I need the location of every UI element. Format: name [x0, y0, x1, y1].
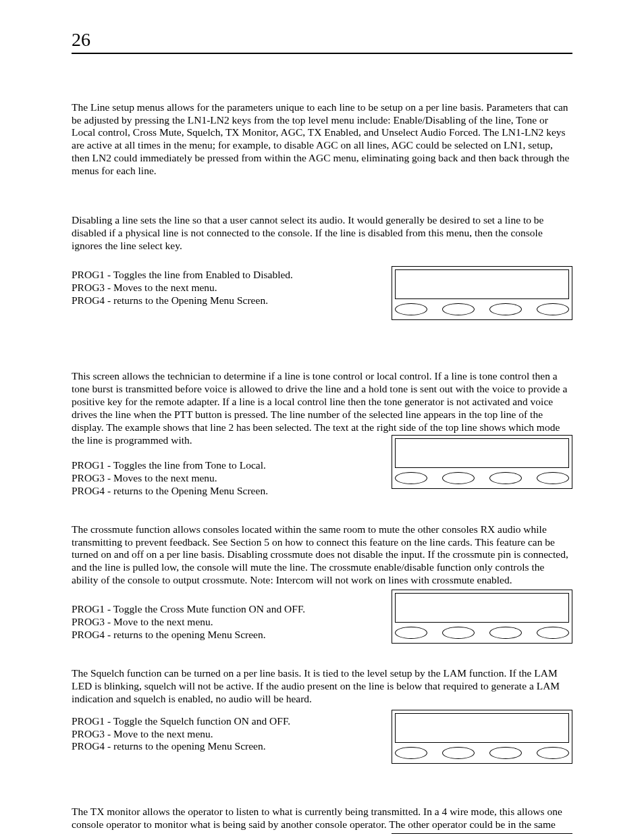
page-number: 26 [72, 28, 572, 53]
tone-prog-list: PROG1 - Toggles the line from Tone to Lo… [72, 459, 375, 498]
prog-line: PROG3 - Moves to the next menu. [72, 282, 375, 294]
page-header: 26 [72, 28, 572, 54]
device-screen [395, 269, 569, 299]
device-button-icon [489, 303, 522, 315]
device-button-icon [489, 472, 522, 484]
squelch-paragraph: The Squelch function can be turned on a … [72, 667, 572, 706]
device-button-icon [395, 303, 427, 315]
device-figure [392, 710, 572, 764]
prog-line: PROG4 - returns to the opening Menu Scre… [72, 629, 375, 642]
device-button-icon [442, 303, 475, 315]
prog-line: PROG3 - Move to the next menu. [72, 728, 375, 741]
prog-line: PROG3 - Move to the next menu. [72, 616, 375, 629]
crossmute-prog-list: PROG1 - Toggle the Cross Mute function O… [72, 603, 375, 642]
disable-prog-list: PROG1 - Toggles the line from Enabled to… [72, 269, 375, 307]
device-button-icon [442, 472, 475, 484]
device-button-row [395, 301, 569, 317]
crossmute-prog-section: PROG1 - Toggle the Cross Mute function O… [72, 603, 572, 642]
crossmute-paragraph: The crossmute function allows consoles l… [72, 523, 572, 588]
device-button-icon [442, 627, 475, 639]
device-button-icon [395, 627, 427, 639]
disable-prog-section: PROG1 - Toggles the line from Enabled to… [72, 269, 572, 345]
prog-line: PROG4 - returns to the Opening Menu Scre… [72, 294, 375, 307]
device-button-icon [537, 747, 569, 759]
device-button-icon [537, 627, 569, 639]
device-figure [392, 266, 572, 320]
txmon-paragraph: The TX monitor allows the operator to li… [72, 806, 572, 834]
device-button-icon [442, 747, 475, 759]
device-button-icon [489, 627, 522, 639]
device-button-icon [395, 472, 427, 484]
prog-line: PROG3 - Moves to the next menu. [72, 472, 375, 485]
prog-line: PROG1 - Toggles the line from Enabled to… [72, 269, 375, 282]
intro-paragraph: The Line setup menus allows for the para… [72, 101, 572, 178]
prog-line: PROG1 - Toggle the Cross Mute function O… [72, 603, 375, 616]
device-button-icon [537, 472, 569, 484]
prog-line: PROG1 - Toggles the line from Tone to Lo… [72, 459, 375, 472]
device-screen [395, 713, 569, 743]
prog-line: PROG4 - returns to the Opening Menu Scre… [72, 485, 375, 498]
prog-line: PROG1 - Toggle the Squelch function ON a… [72, 715, 375, 728]
squelch-prog-list: PROG1 - Toggle the Squelch function ON a… [72, 715, 375, 754]
prog-line: PROG4 - returns to the opening Menu Scre… [72, 740, 375, 753]
disable-paragraph: Disabling a line sets the line so that a… [72, 214, 572, 253]
device-screen [395, 593, 569, 623]
device-button-row [395, 745, 569, 761]
device-button-row [395, 625, 569, 641]
tone-prog-section: PROG1 - Toggles the line from Tone to Lo… [72, 459, 572, 498]
device-figure [392, 435, 572, 489]
device-button-icon [537, 303, 569, 315]
device-button-row [395, 470, 569, 486]
device-button-icon [489, 747, 522, 759]
device-figure [392, 590, 572, 644]
squelch-prog-section: PROG1 - Toggle the Squelch function ON a… [72, 715, 572, 781]
device-button-icon [395, 747, 427, 759]
page: 26 The Line setup menus allows for the p… [0, 0, 644, 834]
device-screen [395, 438, 569, 468]
